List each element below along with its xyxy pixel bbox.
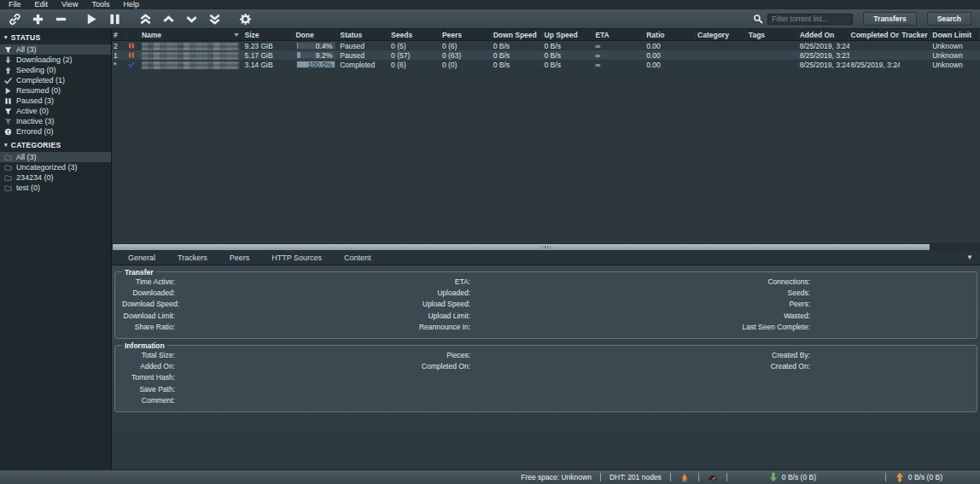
tab-general[interactable]: General <box>117 251 166 265</box>
column-header-seeds[interactable]: Seeds <box>389 29 440 40</box>
sidebar-item-active[interactable]: Active (0) <box>0 106 111 116</box>
torrent-table-header: # Name Size Done Status Seeds Peers Down… <box>112 29 980 41</box>
queue-down-button[interactable] <box>180 10 203 27</box>
resume-button[interactable] <box>80 10 103 27</box>
cell-category <box>696 50 747 60</box>
sidebar-item-resumed[interactable]: Resumed (0) <box>0 85 111 96</box>
cell-status: Paused <box>338 41 389 50</box>
field-label: Connections: <box>675 277 810 288</box>
cell-category <box>696 60 747 69</box>
column-header-tags[interactable]: Tags <box>747 29 798 40</box>
column-header-added-on[interactable]: Added On <box>798 29 849 40</box>
column-header-done[interactable]: Done <box>294 29 338 40</box>
field-value <box>814 299 970 310</box>
cell-status: Completed <box>338 60 389 69</box>
field-value <box>474 322 672 333</box>
upload-speed-indicator[interactable]: 0 B/s (0 B) <box>895 472 942 482</box>
cell-ratio: 0.00 <box>645 50 696 60</box>
column-header-eta[interactable]: ETA <box>593 29 645 40</box>
menu-view[interactable]: View <box>55 0 85 9</box>
column-header-category[interactable]: Category <box>696 29 747 40</box>
menu-help[interactable]: Help <box>116 0 146 9</box>
table-row[interactable]: 2 9.23 GiB 0.4% Paused 0 (5) 0 (6) 0 B/s… <box>112 41 980 50</box>
sidebar-item-test[interactable]: test (0) <box>0 183 111 193</box>
column-header-completed-on[interactable]: Completed On <box>849 29 901 40</box>
cell-number: * <box>112 60 126 69</box>
cell-peers: 0 (0) <box>440 60 492 69</box>
field-label: Created By: <box>675 350 810 361</box>
cell-up-speed: 0 B/s <box>543 50 594 60</box>
cell-added-on: 8/25/2019, 3:24… <box>798 60 849 69</box>
cell-seeds: 0 (5) <box>389 41 440 50</box>
scrollbar-thumb[interactable] <box>113 244 930 250</box>
tab-overflow-dropdown[interactable]: ▼ <box>966 254 975 261</box>
cell-done: 100.0% <box>294 60 338 69</box>
sidebar-item-uncategorized[interactable]: Uncategorized (3) <box>0 162 111 172</box>
horizontal-scrollbar[interactable] <box>112 243 980 251</box>
cell-added-on: 8/25/2019, 3:23… <box>798 50 849 60</box>
search-tab-button[interactable]: Search <box>927 12 971 26</box>
field-label <box>395 384 470 395</box>
column-header-up-speed[interactable]: Up Speed <box>543 29 594 40</box>
column-header-number[interactable]: # <box>112 29 126 40</box>
pause-icon <box>108 13 121 26</box>
menu-tools[interactable]: Tools <box>85 0 116 9</box>
cell-up-speed: 0 B/s <box>543 41 594 50</box>
sidebar-item-completed[interactable]: Completed (1) <box>0 75 111 85</box>
queue-top-button[interactable] <box>134 10 157 27</box>
pause-button[interactable] <box>103 10 126 27</box>
status-section-header[interactable]: ▾ STATUS <box>0 32 111 44</box>
splitter-grip[interactable] <box>542 246 550 248</box>
tab-trackers[interactable]: Trackers <box>166 251 219 265</box>
tab-http-sources[interactable]: HTTP Sources <box>260 251 333 265</box>
queue-up-button[interactable] <box>157 10 180 27</box>
categories-section-header[interactable]: ▾ CATEGORIES <box>0 139 111 152</box>
column-header-status[interactable]: Status <box>338 29 389 40</box>
tab-content[interactable]: Content <box>333 251 382 265</box>
sidebar-item-downloading[interactable]: Downloading (2) <box>0 55 111 65</box>
remove-torrent-button[interactable] <box>50 10 73 27</box>
add-torrent-link-button[interactable] <box>3 10 26 27</box>
column-header-down-limit[interactable]: Down Limit <box>930 29 980 40</box>
menu-edit[interactable]: Edit <box>28 0 55 9</box>
error-icon <box>4 128 12 136</box>
filter-torrent-input[interactable] <box>767 14 853 25</box>
dht-nodes-indicator: DHT: 201 nodes <box>610 473 662 481</box>
column-header-size[interactable]: Size <box>243 29 295 40</box>
speed-limits-gauge-icon[interactable] <box>708 472 718 482</box>
field-value <box>474 350 672 361</box>
table-row[interactable]: * 3.14 GiB 100.0% Completed 0 (6) 0 (0) … <box>112 60 980 69</box>
field-value <box>814 322 970 333</box>
tab-peers[interactable]: Peers <box>219 251 261 265</box>
queue-bottom-button[interactable] <box>203 10 226 27</box>
folder-icon <box>4 164 12 172</box>
options-button[interactable] <box>234 10 257 27</box>
transfers-tab-button[interactable]: Transfers <box>863 12 916 26</box>
connection-status-icon[interactable] <box>680 472 690 482</box>
transfer-legend: Transfer <box>122 268 156 277</box>
cell-tracker <box>900 60 930 69</box>
divider <box>698 473 699 481</box>
sidebar-item-paused[interactable]: Paused (3) <box>0 96 111 106</box>
table-row[interactable]: 1 5.17 GiB 9.2% Paused 0 (57) 0 (63) 0 B… <box>112 50 980 60</box>
column-header-ratio[interactable]: Ratio <box>645 29 696 40</box>
sidebar-item-seeding[interactable]: Seeding (0) <box>0 65 111 75</box>
sidebar-item-234234[interactable]: 234234 (0) <box>0 172 111 183</box>
field-value <box>474 361 672 372</box>
download-speed-indicator[interactable]: 0 B/s (0 B) <box>736 472 877 482</box>
column-header-tracker[interactable]: Tracker <box>900 29 930 40</box>
sidebar-item-all-status[interactable]: All (3) <box>0 44 111 55</box>
add-torrent-button[interactable] <box>26 10 50 27</box>
field-value <box>178 311 392 322</box>
column-header-down-speed[interactable]: Down Speed <box>492 29 543 40</box>
sidebar-item-inactive[interactable]: Inactive (3) <box>0 116 111 126</box>
column-header-state[interactable] <box>126 29 140 40</box>
sidebar-item-errored[interactable]: Errored (0) <box>0 126 111 137</box>
cell-seeds: 0 (6) <box>389 60 440 69</box>
field-label: Peers: <box>675 299 810 310</box>
column-header-name[interactable]: Name <box>140 29 243 40</box>
column-header-peers[interactable]: Peers <box>440 29 492 40</box>
menu-file[interactable]: File <box>2 0 28 9</box>
sidebar-item-all-categories[interactable]: All (3) <box>0 152 111 162</box>
cell-size: 9.23 GiB <box>243 41 295 50</box>
